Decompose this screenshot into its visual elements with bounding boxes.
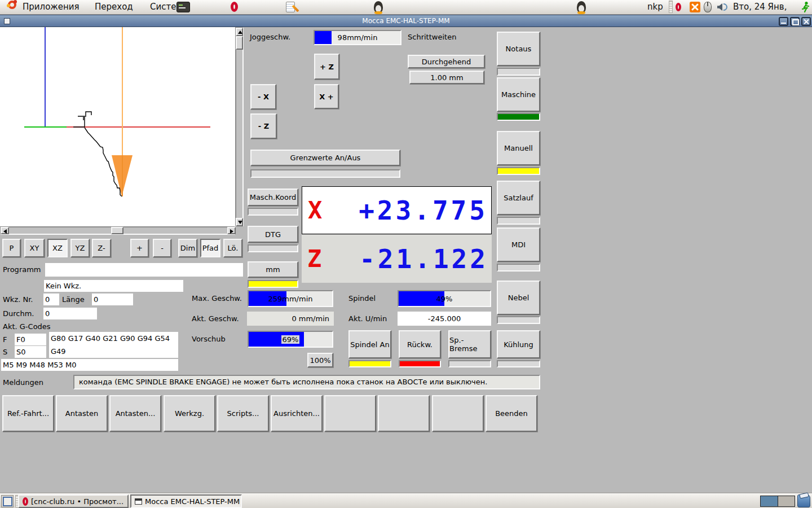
loeschen-button[interactable]: Lö.	[223, 239, 242, 257]
trash-icon[interactable]	[797, 494, 810, 507]
scroll-left-button[interactable]	[1, 227, 9, 234]
durchm-field[interactable]: 0	[43, 308, 97, 319]
zoom-in-button[interactable]: +	[130, 239, 149, 257]
close-button[interactable]	[801, 17, 811, 26]
s-field[interactable]: S0	[15, 346, 46, 358]
maximize-button[interactable]	[790, 17, 800, 26]
machine-on-button[interactable]: Maschine	[497, 77, 540, 112]
empty-fn-button[interactable]	[432, 395, 484, 432]
task-mocca-window[interactable]: Mocca EMC-HAL-STEP-MM	[130, 494, 242, 508]
taskbar: [cnc-club.ru • Просмот... Mocca EMC-HAL-…	[0, 493, 812, 508]
show-desktop-button[interactable]	[1, 495, 14, 507]
max-speed-value: 259mm/min	[249, 291, 332, 306]
workspace-1-active[interactable]	[761, 496, 778, 506]
dim-button[interactable]: Dim	[178, 239, 197, 257]
spindle-bar[interactable]: 49%	[398, 290, 491, 307]
window-icon	[135, 498, 142, 505]
panel-clock[interactable]: Вто, 24 Янв, 21:52	[733, 0, 812, 14]
empty-fn-button[interactable]	[378, 395, 430, 432]
runner-icon[interactable]	[801, 1, 810, 13]
tux-icon[interactable]	[374, 1, 383, 13]
dro-x-value: +23.775	[359, 195, 491, 226]
opera-icon[interactable]	[231, 2, 238, 12]
estop-button[interactable]: Notaus	[497, 32, 540, 66]
mdi-mode-button[interactable]: MDI	[497, 227, 540, 262]
spindle-reverse-indicator	[399, 360, 441, 367]
tux-icon[interactable]	[577, 1, 586, 13]
limits-toggle-button[interactable]: Grenzwerte An/Aus	[250, 150, 400, 166]
backplot-preview[interactable]	[0, 27, 235, 226]
minimize-button[interactable]	[779, 17, 788, 26]
scripts-button[interactable]: Scripts...	[217, 395, 269, 432]
empty-fn-button[interactable]	[324, 395, 376, 432]
feed-override-label: Vorschub	[192, 335, 226, 343]
override-100-button[interactable]: 100%	[307, 353, 333, 367]
scroll-right-button[interactable]	[227, 227, 236, 234]
task-opera-window[interactable]: [cnc-club.ru • Просмот...	[18, 494, 129, 508]
program-input[interactable]	[45, 263, 243, 277]
window-titlebar[interactable]: Mocca EMC-HAL-STEP-MM	[0, 15, 812, 27]
laenge-field[interactable]: 0	[92, 294, 133, 305]
jog-plus-x-button[interactable]: X +	[314, 84, 339, 109]
auto-mode-button[interactable]: Satzlauf	[497, 181, 540, 215]
view-xy-button[interactable]: XY	[24, 239, 45, 257]
workspace-switcher[interactable]	[760, 496, 795, 507]
preview-hscrollbar[interactable]	[0, 226, 235, 235]
opera-icon	[23, 497, 28, 506]
jog-plus-z-button[interactable]: + Z	[314, 54, 339, 80]
ref-fahrt-button[interactable]: Ref.-Fahrt...	[2, 395, 54, 432]
vscroll-thumb[interactable]	[236, 36, 243, 50]
spindle-on-button[interactable]: Spindel An	[348, 330, 391, 358]
ubuntu-logo-icon[interactable]	[8, 1, 16, 9]
opera-icon[interactable]	[676, 3, 681, 11]
menu-places[interactable]: Переход	[90, 0, 138, 14]
mdi-mode-indicator	[497, 264, 540, 271]
antasten2-button[interactable]: Antasten...	[109, 395, 161, 432]
spindle-reverse-button[interactable]: Rückw.	[399, 330, 441, 358]
spindle-brake-indicator	[448, 360, 491, 367]
manual-mode-button[interactable]: Manuell	[497, 131, 540, 165]
mist-button[interactable]: Nebel	[497, 281, 540, 315]
feed-override-slider[interactable]: 69%	[248, 331, 333, 348]
hscroll-thumb[interactable]	[111, 227, 123, 234]
view-xz-button[interactable]: XZ	[47, 239, 68, 257]
speaker-icon[interactable]	[717, 3, 722, 11]
wkz-nr-field[interactable]: 0	[43, 294, 59, 305]
scroll-down-button[interactable]	[236, 218, 243, 226]
pfad-button[interactable]: Pfad	[200, 239, 220, 257]
zoom-out-button[interactable]: -	[153, 239, 171, 257]
spindle-brake-button[interactable]: Sp.-Bremse	[448, 330, 491, 358]
jog-minus-x-button[interactable]: - X	[250, 84, 276, 110]
machine-coords-button[interactable]: Masch.Koord	[248, 189, 298, 206]
dtg-button[interactable]: DTG	[248, 226, 298, 243]
mcodes-field: M5 M9 M48 M53 M0	[1, 359, 178, 371]
view-yz-button[interactable]: YZ	[70, 239, 90, 257]
view-p-button[interactable]: P	[2, 239, 21, 257]
antasten-button[interactable]: Antasten	[56, 395, 108, 432]
terminal-icon[interactable]	[176, 2, 190, 12]
dro-z-axis-letter: Z	[302, 245, 321, 273]
scroll-up-button[interactable]	[236, 28, 243, 36]
workspace-2[interactable]	[778, 496, 795, 506]
task-label: [cnc-club.ru • Просмот...	[31, 497, 123, 506]
jog-speed-bar[interactable]: 98mm/min	[314, 30, 401, 45]
step-continuous-button[interactable]: Durchgehend	[408, 55, 485, 68]
step-1mm-button[interactable]: 1.00 mm	[409, 71, 484, 84]
star-icon[interactable]	[690, 2, 700, 12]
werkzeug-button[interactable]: Werkzg.	[164, 395, 215, 432]
ausrichten-button[interactable]: Ausrichten...	[271, 395, 323, 432]
f-field[interactable]: F0	[15, 334, 46, 345]
view-zminus-button[interactable]: Z-	[92, 239, 111, 257]
max-speed-bar[interactable]: 259mm/min	[248, 290, 333, 307]
mouse-icon[interactable]	[704, 2, 712, 12]
window-title: Mocca EMC-HAL-STEP-MM	[0, 17, 812, 25]
preview-vscrollbar[interactable]	[235, 27, 244, 226]
quit-button[interactable]: Beenden	[486, 395, 537, 432]
menu-applications[interactable]: Приложения	[18, 0, 84, 14]
coolant-button[interactable]: Kühlung	[497, 330, 540, 358]
toolpath-start	[73, 112, 91, 127]
units-mm-button[interactable]: mm	[248, 261, 298, 278]
jog-minus-z-button[interactable]: - Z	[250, 113, 277, 139]
notepad-icon[interactable]	[286, 2, 295, 12]
program-label: Programm	[3, 265, 41, 274]
